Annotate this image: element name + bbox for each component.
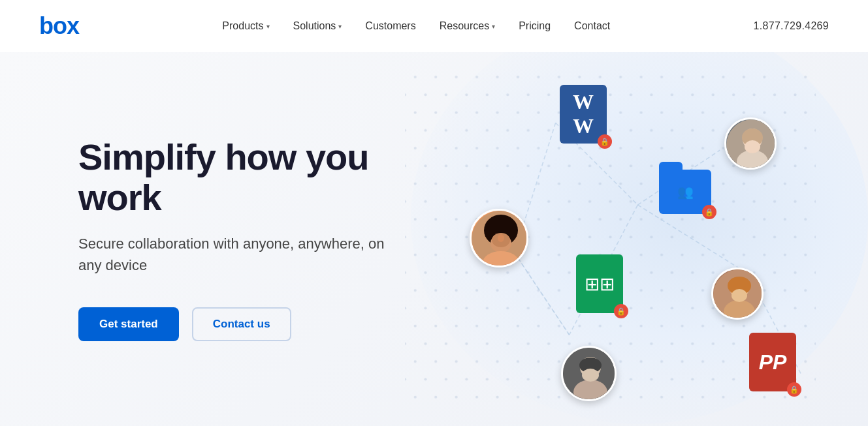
hero-section: Simplify how you work Secure collaborati…	[0, 52, 868, 426]
nav-link-customers[interactable]: Customers	[365, 20, 415, 32]
svg-point-35	[582, 369, 599, 382]
nav-link-contact[interactable]: Contact	[574, 20, 610, 32]
svg-point-20	[498, 234, 504, 242]
svg-point-25	[745, 140, 760, 153]
avatar-woman	[470, 209, 528, 267]
hero-title: Simplify how you work	[78, 137, 405, 217]
hero-subtitle: Secure collaboration with anyone, anywhe…	[78, 233, 405, 276]
chevron-down-icon: ▾	[492, 23, 495, 30]
lock-badge-ppt: 🔒	[787, 382, 801, 397]
nav-item-resources[interactable]: Resources ▾	[440, 20, 495, 32]
chevron-down-icon: ▾	[266, 23, 270, 30]
nav-link-pricing[interactable]: Pricing	[519, 20, 551, 32]
avatar-man2	[711, 267, 764, 320]
phone-number: 1.877.729.4269	[754, 20, 829, 32]
hero-content: Simplify how you work Secure collaborati…	[78, 137, 405, 341]
folder-icon: 👥 🔒	[659, 170, 711, 214]
logo[interactable]: box	[39, 12, 79, 40]
nav-item-pricing[interactable]: Pricing	[519, 20, 551, 32]
nav-link-solutions[interactable]: Solutions ▾	[293, 20, 342, 32]
svg-point-30	[731, 289, 747, 302]
nav-links: Products ▾ Solutions ▾ Customers Resourc…	[222, 20, 610, 32]
nav-link-resources[interactable]: Resources ▾	[440, 20, 495, 32]
word-doc-icon: W 🔒	[560, 85, 607, 144]
lock-badge-sheets: 🔒	[614, 304, 628, 318]
hero-buttons: Get started Contact us	[78, 307, 405, 341]
powerpoint-doc-icon: P 🔒	[749, 333, 796, 391]
nav-item-customers[interactable]: Customers	[365, 20, 415, 32]
folder-people-icon: 👥	[677, 184, 694, 200]
contact-us-button[interactable]: Contact us	[192, 307, 291, 341]
avatar-man1	[724, 117, 777, 170]
get-started-button[interactable]: Get started	[78, 307, 179, 341]
chevron-down-icon: ▾	[338, 23, 342, 30]
hero-illustration: W 🔒 👥 🔒 ⊞ 🔒 P 🔒	[405, 52, 816, 426]
lock-badge-folder: 🔒	[702, 205, 716, 219]
logo-text: box	[39, 12, 79, 40]
nav-item-contact[interactable]: Contact	[574, 20, 610, 32]
nav-link-products[interactable]: Products ▾	[222, 20, 269, 32]
lock-badge-word: 🔒	[598, 134, 612, 149]
avatar-man3	[561, 346, 617, 401]
sheets-doc-icon: ⊞ 🔒	[576, 254, 623, 313]
nav-item-solutions[interactable]: Solutions ▾	[293, 20, 342, 32]
nav-item-products[interactable]: Products ▾	[222, 20, 269, 32]
navbar: box Products ▾ Solutions ▾ Customers Res…	[0, 0, 868, 52]
